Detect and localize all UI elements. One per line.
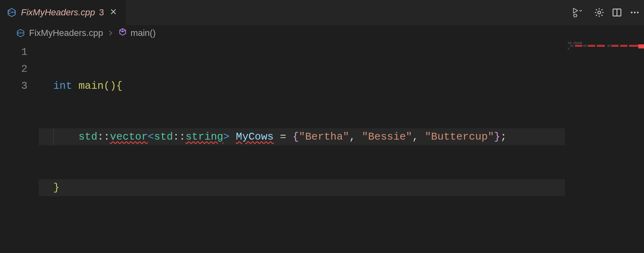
cpp-file-icon: C++ — [15, 28, 26, 38]
svg-line-6 — [574, 17, 575, 17]
svg-text:C++: C++ — [17, 31, 24, 35]
svg-line-15 — [596, 15, 597, 16]
line-number: 3 — [0, 77, 39, 94]
svg-line-14 — [602, 15, 602, 16]
tab-problem-count: 3 — [99, 7, 104, 18]
breadcrumb: C++ FixMyHeaders.cpp main() — [0, 25, 644, 41]
cpp-file-icon: C++ — [6, 7, 17, 18]
line-number: 2 — [0, 61, 39, 77]
editor: 1 2 3 int main(){ std::vector<std::strin… — [0, 41, 644, 253]
minimap[interactable] — [565, 41, 644, 253]
code-line: std::vector<std::string> MyCows = {"Bert… — [39, 128, 565, 145]
tab-filename: FixMyHeaders.cpp — [21, 7, 95, 18]
svg-point-21 — [637, 12, 638, 13]
run-debug-icon[interactable] — [572, 7, 587, 18]
code-line: int main(){ — [39, 77, 565, 94]
gear-icon[interactable] — [594, 7, 604, 18]
svg-line-16 — [602, 9, 602, 10]
editor-actions — [572, 0, 640, 25]
split-editor-icon[interactable] — [612, 7, 622, 18]
breadcrumb-file[interactable]: C++ FixMyHeaders.cpp — [15, 28, 103, 38]
breadcrumb-file-label: FixMyHeaders.cpp — [29, 28, 103, 38]
close-icon[interactable] — [108, 8, 119, 17]
svg-line-13 — [596, 9, 597, 10]
svg-point-8 — [598, 11, 601, 14]
svg-line-7 — [576, 17, 577, 17]
tab-bar: C++ FixMyHeaders.cpp 3 — [0, 0, 644, 25]
tab-active[interactable]: C++ FixMyHeaders.cpp 3 — [0, 0, 126, 25]
more-icon[interactable] — [629, 7, 640, 18]
code-area[interactable]: int main(){ std::vector<std::string> MyC… — [39, 41, 565, 253]
chevron-right-icon — [108, 28, 113, 38]
code-line: } — [39, 179, 565, 196]
breadcrumb-symbol[interactable]: main() — [118, 27, 155, 39]
symbol-method-icon — [118, 27, 127, 39]
breadcrumb-symbol-label: main() — [130, 28, 155, 38]
overview-ruler-error-mark — [638, 44, 644, 48]
svg-point-19 — [631, 12, 632, 13]
line-number: 1 — [0, 44, 39, 61]
svg-line-5 — [576, 14, 577, 15]
svg-text:C++: C++ — [8, 10, 16, 15]
svg-line-4 — [574, 14, 575, 15]
svg-point-20 — [634, 12, 636, 13]
line-number-gutter: 1 2 3 — [0, 41, 39, 253]
